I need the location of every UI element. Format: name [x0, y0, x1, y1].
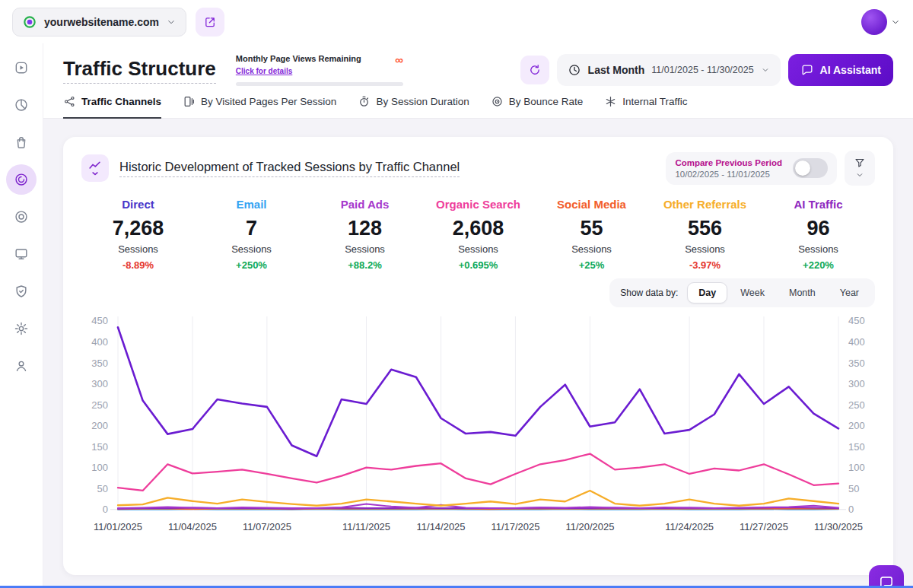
channel-unit: Sessions — [422, 243, 535, 255]
granularity-day[interactable]: Day — [687, 282, 727, 304]
svg-text:100: 100 — [848, 462, 865, 473]
play-icon — [14, 60, 29, 75]
svg-text:11/24/2025: 11/24/2025 — [665, 521, 714, 532]
channel-sessions-value: 2,608 — [422, 217, 535, 240]
granularity-switcher: Show data by: DayWeekMonthYear — [609, 278, 875, 307]
sidebar-item-user-pin[interactable] — [6, 351, 37, 381]
filter-button[interactable] — [845, 151, 875, 186]
ai-assistant-button[interactable]: AI Assistant — [788, 54, 893, 86]
pages-icon — [183, 95, 196, 108]
sidebar-item-play[interactable] — [6, 52, 37, 83]
svg-text:450: 450 — [848, 315, 865, 326]
channel-change: +0.695% — [422, 259, 535, 271]
account-menu[interactable] — [861, 9, 901, 35]
tab-internal-traffic[interactable]: Internal Traffic — [604, 95, 687, 119]
line-chart-svg: 0050501001001501502002002502503003003503… — [81, 313, 875, 539]
traffic-channels-card: Historic Development of Tracked Sessions… — [63, 137, 893, 575]
chevron-down-icon — [166, 17, 177, 27]
sidebar-item-shield[interactable] — [6, 276, 37, 307]
svg-text:300: 300 — [848, 378, 865, 389]
chart-type-button[interactable] — [81, 154, 109, 182]
quota-label: Monthly Page Views Remaining — [236, 54, 361, 63]
clock-icon — [568, 63, 581, 77]
sidebar-item-bag[interactable] — [6, 127, 37, 157]
svg-text:400: 400 — [91, 336, 108, 348]
granularity-year[interactable]: Year — [829, 282, 870, 304]
svg-text:11/27/2025: 11/27/2025 — [740, 521, 788, 532]
channel-sessions-value: 556 — [648, 217, 762, 240]
tab-bar: Traffic ChannelsBy Visited Pages Per Ses… — [63, 95, 893, 118]
open-website-button[interactable] — [196, 8, 224, 37]
svg-text:11/07/2025: 11/07/2025 — [243, 521, 291, 532]
svg-text:11/20/2025: 11/20/2025 — [565, 521, 614, 532]
channel-change: -3.97% — [648, 259, 762, 271]
shield-icon — [14, 284, 29, 299]
channel-name: Email — [195, 198, 308, 211]
sidebar-item-chat-monitor[interactable] — [6, 239, 37, 269]
date-range-selector[interactable]: Last Month 11/01/2025 - 11/30/2025 — [557, 54, 781, 86]
toggle-knob — [795, 161, 810, 176]
channel-unit: Sessions — [762, 243, 875, 255]
compare-toggle[interactable] — [793, 158, 828, 178]
tab-label: Traffic Channels — [81, 96, 161, 107]
chevron-down-icon — [855, 170, 864, 180]
topbar: yourwebsitename.com — [0, 0, 913, 43]
sidebar-item-gauge[interactable] — [6, 164, 37, 195]
page-title: Traffic Structure — [63, 57, 216, 84]
pie-chart-icon — [14, 97, 29, 113]
tab-by-visited-pages-per-session[interactable]: By Visited Pages Per Session — [183, 95, 336, 119]
tab-label: Internal Traffic — [622, 96, 687, 107]
channel-sessions-value: 55 — [535, 217, 648, 240]
tab-by-bounce-rate[interactable]: By Bounce Rate — [491, 95, 584, 119]
svg-text:350: 350 — [91, 358, 108, 369]
stopwatch-icon — [358, 95, 371, 108]
svg-text:350: 350 — [848, 358, 865, 369]
tab-label: By Bounce Rate — [509, 96, 584, 107]
refresh-button[interactable] — [520, 56, 549, 84]
tab-traffic-channels[interactable]: Traffic Channels — [63, 95, 161, 119]
svg-text:11/14/2025: 11/14/2025 — [417, 521, 466, 532]
channel-name: Social Media — [535, 198, 648, 211]
channel-change: +250% — [195, 259, 308, 271]
svg-text:11/30/2025: 11/30/2025 — [814, 521, 863, 532]
svg-text:200: 200 — [848, 420, 865, 431]
content-area: Historic Development of Tracked Sessions… — [43, 119, 913, 588]
compare-period-box: Compare Previous Period 10/02/2025 - 11/… — [666, 152, 837, 185]
page-header: Traffic Structure Monthly Page Views Rem… — [43, 43, 913, 119]
ai-assistant-label: AI Assistant — [820, 64, 881, 76]
channel-sessions-value: 7,268 — [81, 217, 195, 240]
compare-label: Compare Previous Period — [675, 158, 782, 167]
website-selector[interactable]: yourwebsitename.com — [12, 8, 186, 37]
chevron-down-icon — [761, 65, 770, 75]
support-chat-button[interactable] — [869, 565, 904, 588]
svg-text:300: 300 — [91, 378, 108, 389]
sidebar-item-target[interactable] — [6, 202, 37, 232]
granularity-week[interactable]: Week — [729, 282, 776, 304]
target-icon — [14, 209, 29, 224]
bag-icon — [14, 135, 29, 150]
channel-unit: Sessions — [195, 243, 308, 255]
sidebar-item-gear[interactable] — [6, 313, 37, 344]
channel-change: +220% — [762, 259, 875, 271]
channel-stat-organic-search: Organic Search2,608Sessions+0.695% — [422, 198, 535, 271]
chat-monitor-icon — [14, 246, 29, 262]
svg-text:50: 50 — [97, 483, 108, 494]
svg-text:450: 450 — [91, 315, 108, 326]
channel-stat-social-media: Social Media55Sessions+25% — [535, 198, 648, 271]
channel-sessions-value: 96 — [762, 217, 875, 240]
quota-details-link[interactable]: Click for details — [236, 67, 292, 75]
channel-name: Organic Search — [422, 198, 535, 211]
gear-icon — [14, 321, 29, 336]
quota-value: ∞ — [395, 54, 403, 67]
svg-text:400: 400 — [848, 336, 865, 348]
granularity-month[interactable]: Month — [778, 282, 827, 304]
channel-sessions-value: 128 — [308, 217, 422, 240]
site-logo-icon — [22, 14, 37, 30]
tab-by-session-duration[interactable]: By Session Duration — [358, 95, 469, 119]
channel-name: AI Traffic — [762, 198, 875, 211]
sidebar-item-pie-chart[interactable] — [6, 90, 37, 120]
channel-stat-email: Email7Sessions+250% — [195, 198, 308, 271]
website-name: yourwebsitename.com — [44, 16, 159, 28]
tab-label: By Visited Pages Per Session — [201, 96, 336, 107]
svg-text:0: 0 — [103, 504, 108, 515]
